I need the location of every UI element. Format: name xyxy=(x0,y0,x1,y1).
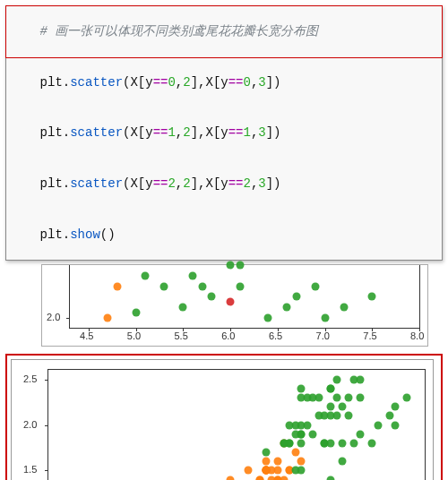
tok: == xyxy=(153,125,168,140)
upper-scatter-chart: 2.04.55.05.56.06.57.07.58.0 xyxy=(41,264,428,347)
code-line-2: plt.scatter(X[y==1,2],X[y==1,3]) xyxy=(6,107,442,159)
scatter-point xyxy=(198,282,206,290)
tok: == xyxy=(153,176,168,191)
y-tick-label: 2.5 xyxy=(23,373,37,384)
scatter-point xyxy=(236,282,244,290)
scatter-point xyxy=(245,467,253,475)
tok: 3 xyxy=(258,176,265,191)
tok: (X[y xyxy=(123,125,153,140)
tok: 2 xyxy=(183,75,190,90)
tok: 1 xyxy=(244,125,251,140)
scatter-point xyxy=(332,375,340,383)
scatter-point xyxy=(262,449,270,457)
tok: ],X[y xyxy=(191,75,228,90)
scatter-point xyxy=(344,412,352,420)
tok: ]) xyxy=(266,125,281,140)
tok: , xyxy=(176,75,183,90)
upper-plot-area: 2.04.55.05.56.06.57.07.58.0 xyxy=(69,265,420,329)
tok: (X[y xyxy=(123,176,153,191)
scatter-point xyxy=(104,313,112,321)
scatter-point xyxy=(374,421,382,429)
scatter-point xyxy=(256,476,264,480)
scatter-point xyxy=(227,476,235,480)
scatter-point xyxy=(227,261,235,270)
tok: ]) xyxy=(266,75,281,90)
scatter-point xyxy=(339,439,347,447)
scatter-point xyxy=(262,467,270,475)
scatter-point xyxy=(297,458,306,466)
scatter-point xyxy=(356,375,364,383)
code-line-4: plt.show() xyxy=(6,210,442,261)
tok: (X[y xyxy=(123,75,153,90)
scatter-point xyxy=(303,393,311,401)
tok: 0 xyxy=(168,75,175,90)
code-line-1: plt.scatter(X[y==0,2],X[y==0,3]) xyxy=(6,57,442,108)
scatter-point xyxy=(312,282,320,290)
scatter-point xyxy=(367,439,375,447)
tok: 3 xyxy=(258,125,265,140)
tok: plt. xyxy=(40,176,71,191)
code-cell: # 画一张可以体现不同类别鸢尾花花瓣长宽分布图 plt.scatter(X[y=… xyxy=(5,5,443,261)
tok: plt. xyxy=(40,125,71,140)
scatter-point xyxy=(280,439,288,447)
scatter-point xyxy=(327,476,335,480)
scatter-point xyxy=(314,393,323,401)
tok: 2 xyxy=(183,176,190,191)
scatter-point xyxy=(208,293,216,301)
tok: ],X[y xyxy=(191,125,228,140)
tok: ]) xyxy=(266,176,281,191)
scatter-point xyxy=(286,421,294,429)
scatter-point xyxy=(350,439,358,447)
scatter-point xyxy=(297,467,306,475)
tok: == xyxy=(153,75,168,90)
x-tick-label: 6.0 xyxy=(221,330,235,341)
scatter-point xyxy=(368,293,376,301)
tok: scatter xyxy=(70,176,123,191)
x-tick-label: 4.5 xyxy=(80,330,93,341)
scatter-point xyxy=(403,393,411,401)
scatter-point xyxy=(160,282,168,290)
scatter-point xyxy=(344,393,352,401)
scatter-point xyxy=(292,293,300,301)
tok: show xyxy=(70,227,100,242)
code-comment-line: # 画一张可以体现不同类别鸢尾花花瓣长宽分布图 xyxy=(5,5,443,58)
y-tick-label: 2.0 xyxy=(23,419,37,430)
tok: 2 xyxy=(168,176,175,191)
tok: 2 xyxy=(244,176,251,191)
x-tick-label: 8.0 xyxy=(410,330,424,341)
scatter-point xyxy=(268,476,276,480)
y-tick-label: 2.0 xyxy=(47,312,60,322)
tok: () xyxy=(100,227,116,242)
scatter-point xyxy=(332,393,340,401)
scatter-point xyxy=(321,313,329,321)
code-line-3: plt.scatter(X[y==2,2],X[y==2,3]) xyxy=(6,159,442,210)
scatter-point xyxy=(264,313,272,321)
scatter-point xyxy=(356,430,364,438)
scatter-point xyxy=(340,304,348,312)
scatter-point xyxy=(339,458,347,466)
x-tick-label: 6.5 xyxy=(269,330,282,341)
tok: 2 xyxy=(183,125,190,140)
scatter-point xyxy=(321,439,329,447)
tok: plt. xyxy=(40,227,71,242)
scatter-point xyxy=(392,421,400,429)
scatter-point xyxy=(179,304,187,312)
scatter-point xyxy=(327,412,335,420)
tok: plt. xyxy=(40,75,71,90)
tok: == xyxy=(228,125,244,140)
scatter-point xyxy=(236,261,244,270)
scatter-point xyxy=(189,272,197,280)
scatter-point xyxy=(132,308,140,316)
scatter-point xyxy=(273,458,281,466)
tok: 0 xyxy=(244,75,251,90)
tok: , xyxy=(176,125,183,140)
y-tick-label: 1.5 xyxy=(23,464,37,475)
scatter-point xyxy=(356,393,364,401)
scatter-point xyxy=(327,384,335,392)
x-tick-label: 7.0 xyxy=(316,330,330,341)
scatter-point xyxy=(262,458,270,466)
scatter-point xyxy=(297,384,306,392)
scatter-point xyxy=(327,403,335,411)
scatter-point xyxy=(273,467,281,475)
scatter-point xyxy=(291,430,299,438)
